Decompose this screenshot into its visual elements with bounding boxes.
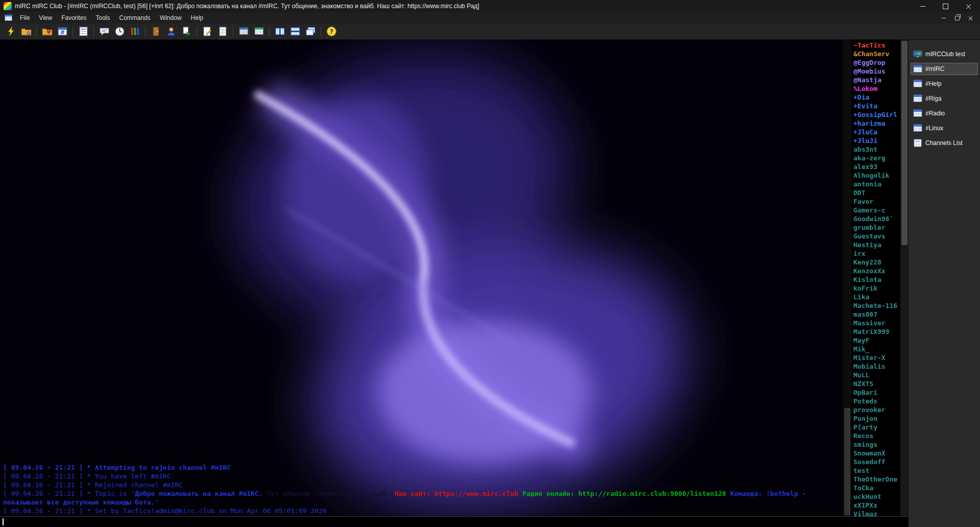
switchbar-item-linux[interactable]: #Linux bbox=[911, 122, 978, 134]
nicklist-user[interactable]: +JluCa bbox=[853, 128, 900, 136]
channel-favorites-button[interactable] bbox=[55, 25, 70, 38]
nicklist-user[interactable]: antonia bbox=[853, 180, 900, 188]
status-window-button[interactable] bbox=[236, 25, 251, 38]
nicklist-user[interactable]: @Nastja bbox=[853, 76, 900, 84]
menu-window[interactable]: Window bbox=[155, 13, 186, 22]
nicklist-user[interactable]: P{arty bbox=[853, 423, 900, 432]
nicklist-user[interactable]: Machete-116 bbox=[853, 301, 900, 310]
menu-help[interactable]: Help bbox=[186, 13, 208, 22]
nicklist-user[interactable]: Massiver bbox=[853, 319, 900, 327]
nicklist-user[interactable]: koFrik bbox=[853, 284, 900, 293]
nicklist-user[interactable]: smings bbox=[853, 440, 900, 449]
nicklist-user[interactable]: NZXTS bbox=[853, 379, 900, 388]
nicklist-user[interactable]: SnowmanX bbox=[853, 449, 900, 458]
nicklist-user[interactable]: %Lokom bbox=[853, 84, 900, 93]
nicklist-user[interactable]: Favor bbox=[853, 197, 900, 206]
nicklist-user[interactable]: ToCka bbox=[853, 484, 900, 492]
notepad-button[interactable] bbox=[215, 25, 230, 38]
nicklist-user[interactable]: abs3nt bbox=[853, 145, 900, 154]
nicklist-user[interactable]: &ChanServ bbox=[853, 50, 900, 58]
nicklist-user[interactable]: Punjon bbox=[853, 414, 900, 423]
connect-button[interactable] bbox=[3, 25, 18, 38]
menu-commands[interactable]: Commands bbox=[115, 13, 155, 22]
nicklist-user[interactable]: Alhogolik bbox=[853, 171, 900, 180]
minimize-button[interactable] bbox=[911, 0, 934, 12]
nicklist-user[interactable]: Mik_ bbox=[853, 345, 900, 353]
nicklist-user[interactable]: Poteds bbox=[853, 397, 900, 405]
nicklist-user[interactable]: Lika bbox=[853, 293, 900, 301]
nicklist-user[interactable]: grumbler bbox=[853, 223, 900, 232]
nicklist-user[interactable]: ~TacTics bbox=[853, 41, 900, 50]
message-input[interactable] bbox=[0, 516, 909, 527]
menu-file[interactable]: File bbox=[15, 13, 34, 22]
nicklist-user[interactable]: Guestavs bbox=[853, 232, 900, 241]
favorites-button[interactable] bbox=[39, 25, 55, 38]
nicklist-user[interactable]: Keny228 bbox=[853, 258, 900, 267]
nicklist-user[interactable]: irx bbox=[853, 249, 900, 258]
nicklist-user[interactable]: Kislota bbox=[853, 275, 900, 284]
nicklist-user[interactable]: alex93 bbox=[853, 162, 900, 171]
options-button[interactable] bbox=[18, 25, 34, 38]
nicklist-user[interactable]: DDT bbox=[853, 188, 900, 197]
nicklist-user[interactable]: +Evita bbox=[853, 102, 900, 110]
channel-text-area[interactable]: [ 09.04.26 - 21:21 ] * Attempting to rej… bbox=[0, 40, 843, 516]
help-button[interactable] bbox=[324, 25, 339, 38]
nicklist-user[interactable]: OpBari bbox=[853, 388, 900, 397]
menu-tools[interactable]: Tools bbox=[91, 13, 115, 22]
maximize-button[interactable] bbox=[934, 0, 957, 12]
nicklist-user[interactable]: MuLL bbox=[853, 371, 900, 379]
colors-button[interactable] bbox=[127, 25, 142, 38]
nicklist-user[interactable]: +harizma bbox=[853, 119, 900, 128]
switchbar-item-channels-list[interactable]: Channels List bbox=[911, 137, 978, 149]
nicklist-user[interactable]: test bbox=[853, 466, 900, 475]
switchbar-item-help[interactable]: #Help bbox=[911, 78, 978, 90]
menu-view[interactable]: View bbox=[34, 13, 57, 22]
nicklist-user[interactable]: provoker bbox=[853, 405, 900, 414]
nicklist-user[interactable]: Gamers-c bbox=[853, 206, 900, 214]
nicklist-user[interactable]: Goodwin98` bbox=[853, 214, 900, 223]
menu-favorites[interactable]: Favorites bbox=[57, 13, 91, 22]
channel-window-button[interactable] bbox=[251, 25, 266, 38]
nicklist-user[interactable]: Mister-X bbox=[853, 353, 900, 362]
message-button[interactable] bbox=[96, 25, 112, 38]
timers-button[interactable] bbox=[112, 25, 127, 38]
nicklist-user[interactable]: @EggDrop bbox=[853, 58, 900, 67]
address-book-button[interactable] bbox=[163, 25, 179, 38]
switchbar-item-radio[interactable]: #Radio bbox=[911, 107, 978, 119]
nicklist-user[interactable]: Mobialis bbox=[853, 362, 900, 371]
nicklist-user[interactable]: +GossipGirl bbox=[853, 110, 900, 119]
nicklist-scrollbar[interactable] bbox=[900, 40, 909, 516]
close-button[interactable] bbox=[957, 0, 980, 12]
nicklist-user[interactable]: aka-zerg bbox=[853, 154, 900, 162]
away-button[interactable] bbox=[148, 25, 163, 38]
nicklist-user[interactable]: TheOtherOne bbox=[853, 475, 900, 484]
switchbar-item-mirc[interactable]: #mIRC bbox=[911, 63, 978, 75]
nicklist-scrollbar-thumb[interactable] bbox=[901, 41, 908, 245]
mdi-close-button[interactable] bbox=[964, 13, 977, 22]
switchbar-item-riga[interactable]: #Riga bbox=[911, 92, 978, 105]
chat-scrollbar-thumb[interactable] bbox=[844, 408, 850, 515]
nicklist-user[interactable]: @Moebius bbox=[853, 67, 900, 76]
tile-horizontal-button[interactable] bbox=[272, 25, 287, 38]
mdi-minimize-button[interactable] bbox=[937, 13, 950, 22]
switchbar-item-mircclub-test[interactable]: mIRCClub test bbox=[911, 48, 978, 60]
nicklist-user[interactable]: Recos bbox=[853, 432, 900, 440]
nicklist-user[interactable]: Sosedoff bbox=[853, 458, 900, 466]
nicklist-user[interactable]: xXIPXx bbox=[853, 501, 900, 510]
nicklist-user[interactable]: +Dia bbox=[853, 93, 900, 102]
script-editor-button[interactable] bbox=[200, 25, 215, 38]
nicklist-user[interactable]: Vilmaz bbox=[853, 510, 900, 516]
cascade-button[interactable] bbox=[303, 25, 318, 38]
tile-vertical-button[interactable] bbox=[287, 25, 303, 38]
nicklist-user[interactable]: mas007 bbox=[853, 310, 900, 319]
chat-scrollbar[interactable] bbox=[843, 40, 851, 516]
nicklist-user[interactable]: uckHunt bbox=[853, 492, 900, 501]
mdi-restore-button[interactable] bbox=[950, 13, 964, 22]
channels-list-button[interactable] bbox=[76, 25, 91, 38]
dcc-send-button[interactable] bbox=[179, 25, 194, 38]
nicklist-user[interactable]: KenzoxXx bbox=[853, 267, 900, 275]
nicklist-user[interactable]: +JluJi bbox=[853, 136, 900, 145]
nicklist-user[interactable]: MayF bbox=[853, 336, 900, 345]
nicklist-user[interactable]: Hestiya bbox=[853, 241, 900, 249]
nicklist-user[interactable]: MatriX999 bbox=[853, 327, 900, 336]
